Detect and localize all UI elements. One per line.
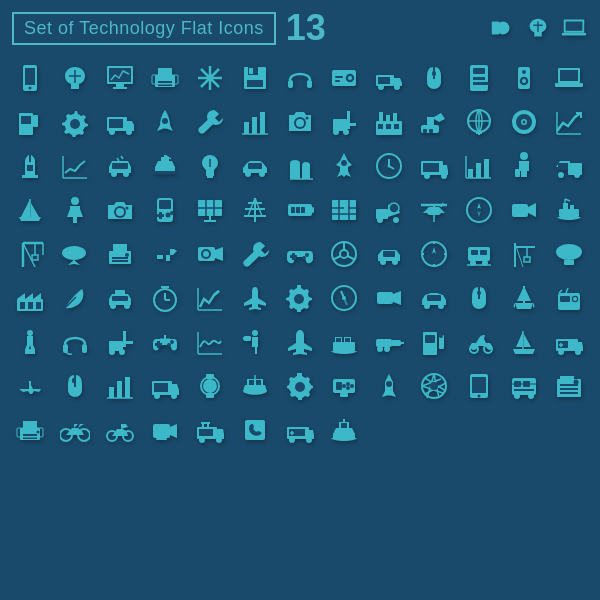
svg-point-68	[162, 118, 168, 124]
svg-rect-170	[376, 209, 388, 219]
svg-point-338	[346, 382, 350, 386]
icon-ship2	[324, 410, 364, 450]
svg-rect-302	[425, 335, 435, 343]
svg-rect-277	[123, 331, 126, 347]
icon-smartphone	[10, 58, 50, 98]
icon-gun	[145, 234, 185, 274]
svg-point-205	[305, 253, 309, 257]
icon-mouse3	[55, 366, 95, 406]
svg-point-108	[111, 171, 117, 177]
svg-point-99	[523, 121, 526, 124]
svg-point-343	[386, 381, 392, 387]
svg-point-10	[29, 87, 32, 90]
icon-gameboy	[145, 190, 185, 230]
icon-chart-up	[549, 102, 589, 142]
svg-point-79	[333, 129, 339, 135]
icon-sailboat2	[504, 322, 544, 362]
icon-ambulance	[549, 322, 589, 362]
svg-rect-136	[515, 169, 520, 177]
svg-point-65	[109, 129, 115, 135]
svg-point-262	[438, 303, 444, 309]
svg-point-390	[306, 437, 312, 443]
svg-rect-378	[153, 424, 170, 438]
icon-silo	[280, 146, 320, 186]
svg-rect-383	[199, 429, 213, 436]
svg-rect-394	[298, 429, 305, 436]
svg-rect-324	[154, 383, 168, 392]
svg-point-258	[342, 296, 346, 300]
icon-forklift2	[100, 322, 140, 362]
icon-video-camera2	[369, 278, 409, 318]
svg-rect-166	[291, 207, 295, 213]
icon-truck2	[145, 366, 185, 406]
svg-rect-337	[336, 382, 342, 390]
header: Set of Technology Flat Icons 13	[0, 0, 600, 54]
svg-point-244	[110, 303, 116, 309]
icon-excavator	[414, 102, 454, 142]
svg-point-149	[170, 211, 174, 215]
icon-train	[459, 234, 499, 274]
svg-rect-50	[477, 82, 481, 85]
icon-camera	[280, 102, 320, 142]
svg-rect-239	[20, 302, 25, 309]
svg-rect-278	[126, 341, 133, 344]
svg-rect-130	[468, 169, 473, 178]
svg-point-310	[575, 349, 581, 355]
svg-point-323	[171, 393, 177, 399]
svg-rect-231	[524, 257, 530, 262]
svg-rect-353	[472, 377, 486, 393]
icon-chart-line2	[190, 278, 230, 318]
svg-point-283	[170, 340, 174, 344]
icon-wrench	[190, 102, 230, 142]
svg-rect-45	[473, 68, 485, 74]
svg-point-214	[392, 259, 398, 265]
svg-line-210	[334, 256, 341, 260]
icon-calculator	[459, 58, 499, 98]
svg-rect-85	[378, 124, 383, 129]
icon-car-sedan	[235, 146, 275, 186]
svg-point-66	[126, 129, 132, 135]
icon-rocket	[145, 102, 185, 142]
svg-line-271	[566, 288, 568, 293]
svg-rect-240	[28, 302, 33, 309]
svg-rect-49	[473, 82, 477, 85]
icon-video-camera	[504, 190, 544, 230]
svg-rect-182	[512, 204, 528, 217]
svg-rect-132	[484, 159, 489, 178]
svg-rect-273	[25, 349, 35, 354]
svg-point-80	[343, 129, 349, 135]
svg-rect-151	[157, 214, 164, 217]
icon-airplane	[235, 278, 275, 318]
icon-laptop	[549, 58, 589, 98]
icon-car-electric	[100, 146, 140, 186]
icon-bus	[504, 366, 544, 406]
svg-point-193	[62, 246, 86, 260]
svg-rect-183	[559, 209, 579, 217]
svg-rect-243	[112, 296, 128, 301]
svg-line-211	[348, 256, 355, 260]
svg-rect-15	[116, 84, 124, 87]
svg-rect-259	[377, 292, 393, 304]
icon-game-console	[324, 366, 364, 406]
svg-rect-212	[383, 251, 395, 257]
svg-rect-297	[376, 339, 392, 347]
svg-rect-275	[82, 344, 87, 353]
svg-rect-58	[555, 83, 583, 87]
svg-point-75	[305, 117, 308, 120]
svg-rect-168	[301, 207, 305, 213]
svg-point-173	[393, 217, 399, 223]
svg-rect-70	[252, 117, 257, 134]
icon-steering-wheel	[324, 234, 364, 274]
svg-rect-291	[243, 337, 245, 340]
svg-rect-112	[206, 174, 214, 176]
svg-rect-113	[207, 176, 213, 178]
icon-battery	[280, 190, 320, 230]
svg-rect-267	[560, 296, 570, 302]
icon-leaf-pen	[55, 278, 95, 318]
svg-point-39	[378, 84, 384, 90]
svg-point-206	[302, 256, 306, 260]
icon-solar-panel	[190, 190, 230, 230]
svg-rect-363	[560, 376, 574, 381]
svg-rect-221	[471, 250, 478, 255]
svg-rect-260	[427, 295, 441, 301]
